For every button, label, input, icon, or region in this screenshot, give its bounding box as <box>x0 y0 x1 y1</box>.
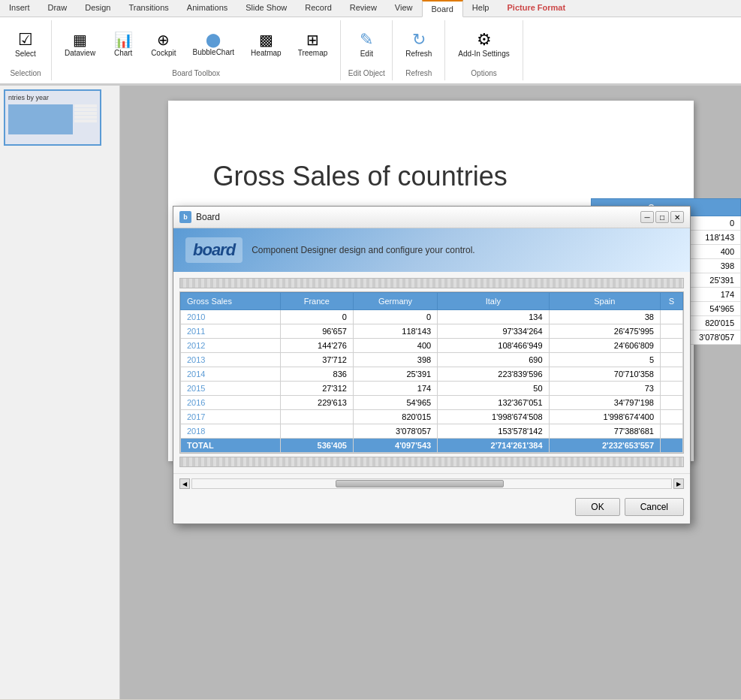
scroll-track[interactable] <box>191 478 672 489</box>
row-year-label[interactable]: 2017 <box>181 410 281 424</box>
row-cell-s <box>661 424 683 439</box>
row-cell-germany: 820'015 <box>353 410 437 424</box>
ribbon-group-editobject: ✎ Edit Edit Object <box>341 20 393 80</box>
main-area: ntries by year Gross Sales of countries <box>0 86 741 699</box>
cockpit-icon: ⊕ <box>157 32 170 47</box>
bubblechart-icon: ⬤ <box>206 33 221 47</box>
modal-content: Gross Sales France Germany Italy Spain S… <box>173 272 690 473</box>
row-cell-spain: 5 <box>549 353 660 367</box>
tab-view[interactable]: View <box>386 0 422 17</box>
row-year-label[interactable]: 2014 <box>181 367 281 382</box>
col-header-gross-sales: Gross Sales <box>181 293 281 310</box>
scroll-left-button[interactable]: ◀ <box>179 478 190 489</box>
modal-minimize-button[interactable]: ─ <box>640 211 654 223</box>
ribbon: Insert Draw Design Transitions Animation… <box>0 0 741 86</box>
tab-picture-format[interactable]: Picture Format <box>498 0 574 17</box>
row-year-label[interactable]: 2011 <box>181 324 281 339</box>
left-panel: ntries by year <box>0 86 120 699</box>
cancel-button[interactable]: Cancel <box>625 498 684 516</box>
row-year-label[interactable]: 2013 <box>181 353 281 367</box>
total-cell-france: 536'405 <box>280 439 353 453</box>
ribbon-group-options: ⚙ Add-In Settings Options <box>445 20 523 80</box>
total-cell-germany: 4'097'543 <box>353 439 437 453</box>
row-cell-germany: 400 <box>353 339 437 353</box>
ok-button[interactable]: OK <box>575 498 619 516</box>
row-cell-s <box>661 324 683 339</box>
heatmap-button[interactable]: ▩ Heatmap <box>244 29 288 61</box>
modal-header-band: board Component Designer design and conf… <box>173 228 690 272</box>
slide-thumbnail[interactable]: ntries by year <box>0 86 119 149</box>
ribbon-body: ☑ Select Selection ▦ Dataview 📊 Chart ⊕ <box>0 17 741 85</box>
total-cell-spain: 2'232'653'557 <box>549 439 660 453</box>
row-year-label[interactable]: 2015 <box>181 382 281 396</box>
row-cell-spain: 73 <box>549 382 660 396</box>
row-cell-italy: 1'998'674'508 <box>438 410 549 424</box>
refresh-button[interactable]: ↻ Refresh <box>399 28 438 62</box>
tab-animations[interactable]: Animations <box>178 0 236 17</box>
dataview-button[interactable]: ▦ Dataview <box>58 29 102 61</box>
tab-record[interactable]: Record <box>296 0 340 17</box>
cockpit-button[interactable]: ⊕ Cockpit <box>144 29 182 61</box>
tab-draw[interactable]: Draw <box>39 0 77 17</box>
row-cell-germany: 3'078'057 <box>353 424 437 439</box>
scroll-thumb[interactable] <box>336 480 503 487</box>
edit-button[interactable]: ✎ Edit <box>347 28 386 62</box>
modal-window-controls: ─ □ ✕ <box>640 211 684 223</box>
thumb-label: ntries by year <box>8 94 97 101</box>
row-year-label[interactable]: 2018 <box>181 424 281 439</box>
row-cell-italy: 50 <box>438 382 549 396</box>
chart-label: Chart <box>114 49 132 57</box>
tab-slideshow[interactable]: Slide Show <box>236 0 296 17</box>
tab-insert[interactable]: Insert <box>0 0 39 17</box>
tab-review[interactable]: Review <box>341 0 386 17</box>
col-header-germany: Germany <box>353 293 437 310</box>
row-cell-s <box>661 382 683 396</box>
col-header-s: S <box>661 293 683 310</box>
settings-icon: ⚙ <box>477 32 492 48</box>
row-cell-france: 96'657 <box>280 324 353 339</box>
chart-icon: 📊 <box>114 32 133 47</box>
row-cell-germany: 398 <box>353 353 437 367</box>
select-icon: ☑ <box>18 32 33 48</box>
modal-maximize-button[interactable]: □ <box>655 211 669 223</box>
row-cell-spain: 26'475'995 <box>549 324 660 339</box>
scroll-right-button[interactable]: ▶ <box>673 478 684 489</box>
table-row: 201337'7123986905 <box>181 353 683 367</box>
options-group-label: Options <box>471 69 496 77</box>
row-cell-france: 27'312 <box>280 382 353 396</box>
bubblechart-button[interactable]: ⬤ BubbleChart <box>186 29 242 60</box>
tab-board[interactable]: Board <box>422 0 463 17</box>
row-cell-s <box>661 353 683 367</box>
tab-transitions[interactable]: Transitions <box>119 0 177 17</box>
bottom-scrollbar-strip <box>179 457 684 467</box>
row-year-label[interactable]: 2010 <box>181 310 281 324</box>
refresh-icon: ↻ <box>412 32 426 48</box>
slide-panel: Gross Sales of countries Germany 0118'14… <box>120 86 741 699</box>
tab-help[interactable]: Help <box>463 0 499 17</box>
dataview-label: Dataview <box>65 49 95 57</box>
select-button[interactable]: ☑ Select <box>6 28 45 62</box>
row-year-label[interactable]: 2012 <box>181 339 281 353</box>
row-cell-spain: 38 <box>549 310 660 324</box>
row-cell-s <box>661 339 683 353</box>
row-cell-france: 37'712 <box>280 353 353 367</box>
modal-dialog: b Board ─ □ ✕ board Component Designer d… <box>173 206 691 524</box>
modal-header-description: Component Designer design and configure … <box>252 245 475 255</box>
table-row: 20183'078'057153'578'14277'388'681 <box>181 424 683 439</box>
modal-app-icon: b <box>179 211 191 223</box>
addin-settings-label: Add-In Settings <box>458 50 509 59</box>
edit-icon: ✎ <box>360 32 373 48</box>
chart-button[interactable]: 📊 Chart <box>105 29 141 61</box>
table-row: 2012144'276400108'466'94924'606'809 <box>181 339 683 353</box>
row-cell-france: 0 <box>280 310 353 324</box>
col-header-italy: Italy <box>438 293 549 310</box>
modal-close-button[interactable]: ✕ <box>670 211 684 223</box>
tab-design[interactable]: Design <box>76 0 119 17</box>
addin-settings-button[interactable]: ⚙ Add-In Settings <box>451 28 516 62</box>
treemap-button[interactable]: ⊞ Treemap <box>291 29 335 61</box>
total-cell-italy: 2'714'261'384 <box>438 439 549 453</box>
treemap-icon: ⊞ <box>306 32 319 47</box>
ribbon-group-toolbox: ▦ Dataview 📊 Chart ⊕ Cockpit ⬤ BubbleCha… <box>52 20 341 80</box>
row-year-label[interactable]: 2016 <box>181 396 281 410</box>
toolbox-group-label: Board Toolbox <box>172 69 220 77</box>
